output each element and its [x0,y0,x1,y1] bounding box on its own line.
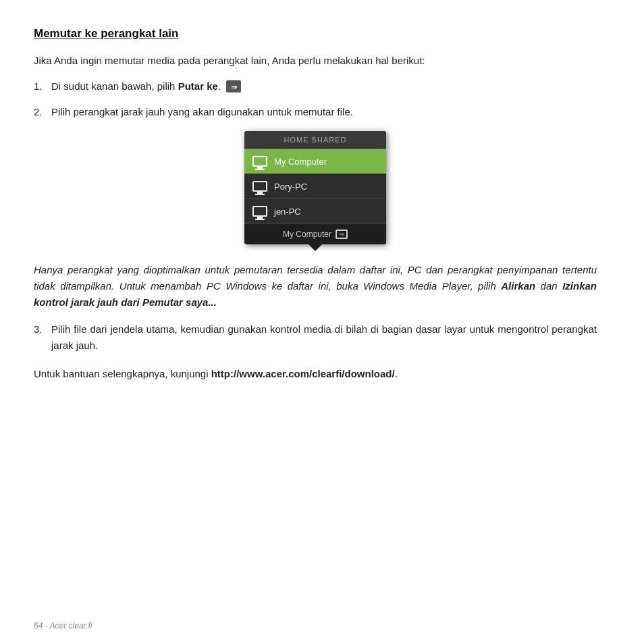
computer-icon-3 [252,206,267,217]
popup-item-label-1: My Computer [274,157,327,167]
footer-link: http://www.acer.com/clearfi/download/ [211,368,395,379]
play-to-icon [226,80,241,92]
page-title: Memutar ke perangkat lain [34,27,597,41]
popup-footer-label: My Computer [283,230,331,239]
step-3-number: 3. [34,321,51,338]
popup-item-pory-pc[interactable]: Pory-PC [244,174,386,199]
note-bold-1: Alirkan [501,280,535,292]
device-popup: HOME SHARED My Computer Pory-PC jen-PC [244,131,386,244]
step-2: 2. Pilih perangkat jarak jauh yang akan … [34,104,597,311]
computer-icon-1 [252,156,267,167]
footer-play-to-icon [336,230,348,239]
footer-paragraph: Untuk bantuan selengkapnya, kunjungi htt… [34,366,597,382]
step-3: 3. Pilih file dari jendela utama, kemudi… [34,321,597,354]
popup-tail [308,244,322,251]
popup-item-label-3: jen-PC [274,207,301,217]
computer-icon-2 [252,181,267,192]
popup-item-my-computer[interactable]: My Computer [244,149,386,174]
intro-paragraph: Jika Anda ingin memutar media pada peran… [34,53,597,69]
step-1: 1. Di sudut kanan bawah, pilih Putar ke. [34,78,597,95]
popup-item-label-2: Pory-PC [274,182,307,192]
step-3-text: Pilih file dari jendela utama, kemudian … [51,321,597,354]
note-paragraph: Hanya perangkat yang dioptimalkan untuk … [34,262,597,311]
popup-item-jen-pc[interactable]: jen-PC [244,199,386,224]
step-2-text: Pilih perangkat jarak jauh yang akan dig… [51,104,597,120]
page-footer: 64 - Acer clear.fi [34,621,92,630]
step-2-number: 2. [34,104,51,120]
popup-header: HOME SHARED [244,131,386,149]
step-1-number: 1. [34,78,51,95]
popup-footer: My Computer [244,224,386,244]
step-1-text: Di sudut kanan bawah, pilih Putar ke. [51,78,597,95]
device-popup-wrapper: HOME SHARED My Computer Pory-PC jen-PC [34,131,597,251]
